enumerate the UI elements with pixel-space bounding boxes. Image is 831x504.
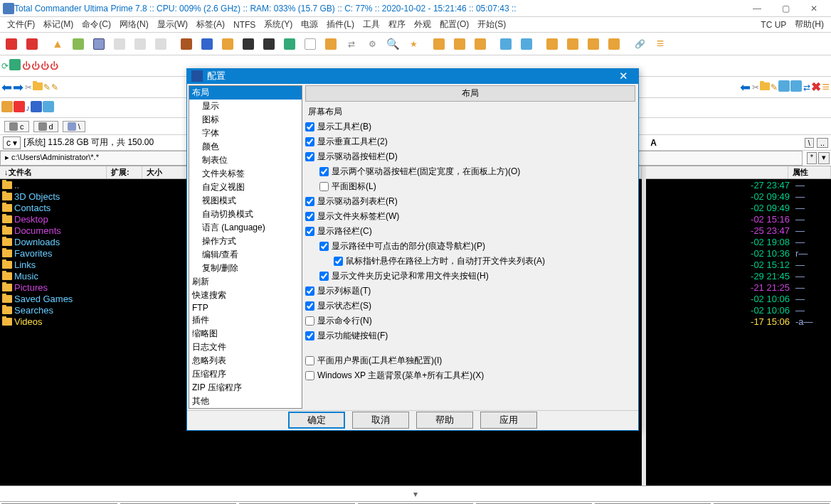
checkbox-row[interactable]: 显示两个驱动器按钮栏(固定宽度，在面板上方)(O) [305,164,635,179]
tb-folderup[interactable] [321,35,341,53]
checkbox-row[interactable]: 显示驱动器列表栏(R) [305,194,635,209]
up-btn[interactable]: .. [817,138,828,148]
menu-item[interactable]: 插件(L) [322,17,359,32]
checkbox-row[interactable]: 显示状态栏(S) [305,299,635,313]
tree-node[interactable]: 布局 [189,86,302,100]
maximize-button[interactable]: ▢ [771,1,800,16]
tree-node[interactable]: 文件夹标签 [189,167,302,181]
nav-cut[interactable]: ✂ [25,82,32,92]
right-file-list[interactable]: -27 23:47—-02 09:49—-02 09:49—-02 15:16—… [646,179,831,486]
nav-r-menu[interactable]: ≡ [822,80,830,95]
tb-dl3[interactable] [583,35,603,53]
tb-cmd2[interactable] [259,35,279,53]
nav-fwd[interactable]: ➡ [13,80,23,95]
tm-image[interactable] [43,101,54,114]
tb2-power4[interactable]: ⏻ [50,61,58,71]
checkbox-row[interactable]: 显示路径栏(C) [305,224,635,239]
menu-item[interactable]: 电源 [297,17,322,32]
tree-node[interactable]: 忽略列表 [189,354,302,368]
nav-folder[interactable] [33,82,43,92]
menu-item[interactable]: 工具 [359,17,384,32]
file-row[interactable]: -27 23:47— [646,179,831,191]
checkbox-row[interactable]: 平面用户界面(工具栏单独配置)(I) [305,353,635,368]
tb-warn[interactable]: ▲ [48,35,68,53]
config-tree[interactable]: 布局显示图标字体颜色制表位文件夹标签自定义视图视图模式自动切换模式语言 (Lan… [189,85,302,409]
checkbox-row[interactable]: 显示文件夹标签栏(W) [305,209,635,224]
tab-dd[interactable]: ▾ [818,152,830,164]
close-button[interactable]: ✕ [800,1,828,16]
tree-node[interactable]: 其他 [189,395,302,408]
nav-back[interactable]: ⬅ [1,80,12,95]
tm-video[interactable] [31,101,42,114]
nav-r-folder[interactable] [760,82,770,92]
tree-node[interactable]: 操作方式 [189,235,302,248]
tm-music[interactable]: ♪ [26,103,30,113]
dialog-close[interactable]: ✕ [613,70,634,82]
tb-case[interactable] [176,35,196,53]
cancel-button[interactable]: 取消 [352,412,409,429]
checkbox-row[interactable]: 显示垂直工具栏(2) [305,134,635,149]
checkbox-row[interactable]: 平面图标(L) [305,179,635,194]
nav-r-2[interactable] [790,80,802,94]
file-row[interactable]: -02 15:12— [646,259,831,270]
tb-tree[interactable] [68,35,88,53]
file-row[interactable]: -29 21:45— [646,270,831,282]
tree-node[interactable]: 视图模式 [189,194,302,208]
drive-net[interactable]: \ [63,121,85,132]
tb-net1[interactable] [496,35,516,53]
file-row[interactable]: -02 19:08— [646,236,831,247]
checkbox-row[interactable]: 显示路径中可点击的部分(痕迹导航栏)(P) [305,239,635,254]
menu-item[interactable]: TC UP [756,18,790,31]
tree-node[interactable]: 缩略图 [189,327,302,341]
tb-gear[interactable]: ⚙ [362,35,382,53]
tm-1[interactable] [1,101,13,114]
help-button[interactable]: 帮助 [416,412,473,429]
checkbox-row[interactable]: 显示列标题(T) [305,284,635,299]
nav-r-swap[interactable]: ⇄ [803,82,810,92]
tree-node[interactable]: 自定义视图 [189,181,302,194]
tb2-power3[interactable]: ⏻ [41,61,49,71]
tree-node[interactable]: 日志文件 [189,341,302,354]
tree-node[interactable]: 显示 [189,100,302,113]
checkbox-row[interactable]: 显示命令行(N) [305,313,635,328]
tb-star[interactable]: ★ [403,35,423,53]
tb-link[interactable]: 🔗 [630,35,650,53]
checkbox-row[interactable]: 显示功能键按钮(F) [305,328,635,343]
tb-search[interactable]: 🔍 [383,35,403,53]
menu-item[interactable]: 显示(W) [153,17,192,32]
file-row[interactable]: -21 21:25— [646,282,831,293]
menu-item[interactable]: NTFS [229,18,260,31]
tb-dl2[interactable] [563,35,583,53]
apply-button[interactable]: 应用 [480,412,537,429]
tb2-power2[interactable]: ⏻ [31,61,40,71]
nav-edit[interactable]: ✎ [43,82,51,92]
menu-item[interactable]: 开始(S) [473,17,510,32]
tree-node[interactable]: ZIP 压缩程序 [189,381,302,395]
nav-r-edit[interactable]: ✎ [771,82,778,92]
tree-node[interactable]: 语言 (Language) [189,221,302,235]
checkbox-row[interactable]: 显示驱动器按钮栏(D) [305,149,635,164]
menu-item[interactable]: 标签(A) [192,17,229,32]
tree-node[interactable]: 制表位 [189,154,302,167]
tb-clip2[interactable] [450,35,470,53]
tb2-power1[interactable]: ⏻ [22,61,31,71]
menu-item[interactable]: 帮助(H) [790,17,828,32]
checkbox-row[interactable]: Windows XP 主题背景(菜单+所有工具栏)(X) [305,368,635,383]
tb2-refresh[interactable]: ⟳ [1,61,9,71]
tree-node[interactable]: FTP [189,302,302,313]
tree-node[interactable]: 字体 [189,127,302,140]
tree-node[interactable]: 插件 [189,313,302,327]
root-btn[interactable]: \ [805,138,814,148]
tb-brief[interactable] [110,35,129,53]
tb-net2[interactable] [517,35,536,53]
tb-full[interactable] [130,35,150,53]
tree-node[interactable]: 复制/删除 [189,262,302,275]
file-row[interactable]: -17 15:06-a— [646,316,831,327]
tree-node[interactable]: 图标 [189,113,302,127]
tree-node[interactable]: 颜色 [189,140,302,154]
minimize-button[interactable]: — [743,1,771,16]
file-row[interactable]: -02 10:06— [646,304,831,316]
tb-list[interactable] [89,35,109,53]
nav-r-back[interactable]: ⬅ [740,80,751,95]
tb-dl1[interactable] [542,35,562,53]
